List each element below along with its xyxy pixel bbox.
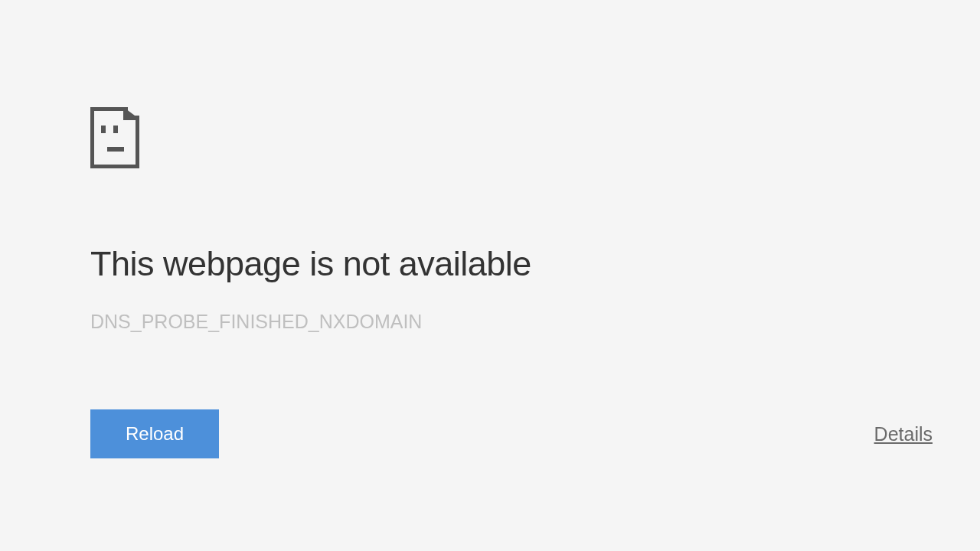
svg-rect-0 [101, 126, 106, 133]
svg-rect-2 [107, 147, 124, 152]
error-page-container: This webpage is not available DNS_PROBE_… [0, 0, 980, 551]
error-heading: This webpage is not available [90, 244, 934, 284]
error-icon-wrap [90, 107, 934, 171]
svg-rect-1 [113, 126, 118, 133]
details-link[interactable]: Details [874, 423, 933, 445]
sad-page-icon [90, 158, 139, 171]
reload-button[interactable]: Reload [90, 409, 219, 458]
error-code: DNS_PROBE_FINISHED_NXDOMAIN [90, 311, 934, 333]
error-actions-row: Reload Details [90, 409, 934, 458]
